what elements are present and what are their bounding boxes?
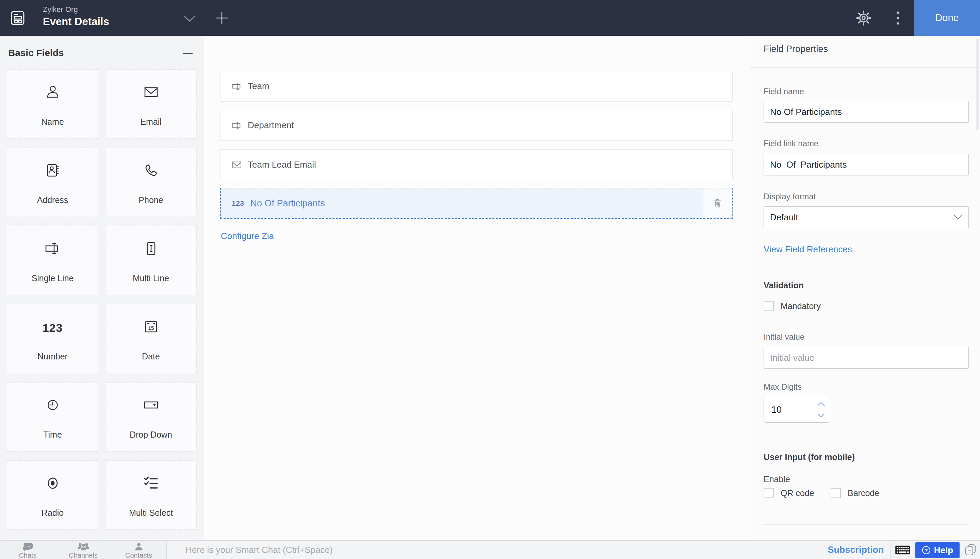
field-tile-date[interactable]: 15 Date (105, 304, 197, 373)
single-line-icon (231, 81, 242, 92)
field-name-input[interactable] (764, 101, 969, 123)
chats-icon (22, 542, 34, 552)
form-switcher-chevron-down-icon[interactable] (182, 14, 197, 22)
form-field-label: Team (248, 81, 270, 91)
chats-tab[interactable]: Chats (0, 541, 55, 559)
view-field-references-link[interactable]: View Field References (764, 244, 852, 255)
configure-zia-link[interactable]: Configure Zia (221, 231, 274, 241)
display-format-value: Default (770, 212, 798, 223)
header-bar: Zylker Org Event Details (0, 0, 980, 36)
help-label: Help (934, 545, 953, 556)
envelope-icon (231, 159, 242, 170)
channels-tab[interactable]: Channels (55, 541, 111, 559)
max-digits-label: Max Digits (764, 382, 802, 392)
initial-value-input[interactable] (764, 347, 969, 369)
basic-fields-sidebar: Basic Fields Name Email (0, 36, 204, 540)
panel-title: Field Properties (764, 44, 828, 55)
mandatory-checkbox[interactable] (764, 301, 774, 311)
calendar-icon: 15 (143, 319, 159, 335)
envelope-icon (143, 84, 159, 100)
enable-label: Enable (764, 474, 790, 484)
field-tile-name[interactable]: Name (7, 69, 98, 139)
form-field-row-team[interactable]: Team (220, 71, 733, 102)
subscription-link[interactable]: Subscription (827, 541, 885, 559)
field-tile-radio[interactable]: Radio (7, 460, 98, 530)
field-tile-multi-select[interactable]: Multi Select (105, 460, 197, 530)
field-tile-phone[interactable]: Phone (105, 147, 197, 217)
field-tile-label: Time (7, 430, 98, 440)
barcode-checkbox[interactable] (831, 488, 841, 498)
field-name-label: Field name (764, 87, 804, 96)
keyboard-icon[interactable] (895, 544, 910, 556)
field-tile-label: Radio (7, 508, 98, 518)
field-tile-label: Date (106, 352, 196, 361)
header-divider (240, 0, 240, 36)
field-tile-email[interactable]: Email (105, 69, 197, 139)
header-divider (881, 0, 881, 36)
done-button[interactable]: Done (914, 0, 980, 36)
field-tile-label: Drop Down (106, 430, 196, 440)
field-tile-single-line[interactable]: Single Line (7, 226, 98, 295)
more-options-kebab-icon[interactable] (892, 10, 904, 26)
field-tile-address[interactable]: Address (7, 147, 98, 217)
barcode-checkbox-row[interactable]: Barcode (831, 488, 879, 498)
field-tile-number[interactable]: 123 Number (7, 304, 98, 373)
multi-select-icon (143, 475, 159, 491)
form-icon (11, 11, 25, 25)
user-input-section-title: User Input (for mobile) (764, 452, 855, 462)
field-tile-time[interactable]: Time (7, 382, 98, 452)
form-field-row-department[interactable]: Department (220, 110, 733, 141)
channels-icon (77, 542, 90, 552)
dropdown-icon (143, 397, 159, 413)
mandatory-checkbox-row[interactable]: Mandatory (764, 301, 821, 311)
panel-divider (764, 524, 969, 525)
panel-scrollbar[interactable] (976, 38, 979, 130)
add-field-plus-icon[interactable] (214, 10, 229, 25)
form-field-label: Team Lead Email (248, 159, 316, 170)
channels-label: Channels (69, 552, 98, 559)
single-line-icon (45, 240, 61, 257)
multi-line-icon (143, 240, 159, 257)
field-tile-multi-line[interactable]: Multi Line (105, 226, 197, 295)
field-tile-label: Single Line (7, 273, 98, 283)
panel-divider (750, 67, 980, 68)
chevron-down-icon (953, 215, 962, 220)
help-button[interactable]: ? Help (915, 542, 960, 558)
form-field-label: No Of Participants (250, 198, 325, 209)
field-tile-label: Number (7, 352, 98, 361)
mandatory-label: Mandatory (781, 301, 821, 311)
field-properties-panel: Field Properties Field name Field link n… (750, 36, 980, 540)
field-tile-drop-down[interactable]: Drop Down (105, 382, 197, 452)
qr-code-checkbox-row[interactable]: QR code (764, 488, 814, 498)
field-tile-label: Phone (106, 195, 196, 205)
qr-code-checkbox[interactable] (764, 488, 774, 498)
single-line-icon (231, 120, 242, 131)
initial-value-label: Initial value (764, 332, 804, 342)
clock-icon (45, 397, 61, 413)
display-format-select[interactable]: Default (764, 207, 969, 228)
delete-field-button[interactable] (703, 189, 732, 218)
display-format-label: Display format (764, 192, 816, 201)
bottom-chat-bar: Chats Channels Contacts (0, 540, 980, 559)
form-field-row-no-of-participants-selected[interactable]: 123 No Of Participants (220, 188, 733, 219)
collapse-minus-icon[interactable] (182, 48, 193, 59)
panel-divider (764, 268, 969, 268)
radio-icon (45, 475, 61, 491)
barcode-label: Barcode (847, 488, 879, 498)
stepper-up-icon[interactable] (817, 402, 825, 407)
chat-nav: Chats Channels Contacts (0, 541, 167, 559)
stepper-down-icon[interactable] (817, 413, 825, 418)
address-book-icon (45, 162, 61, 179)
chat-pages-icon[interactable] (964, 544, 977, 556)
smart-chat-input[interactable]: Here is your Smart Chat (Ctrl+Space) (186, 541, 764, 559)
field-tile-label: Address (7, 195, 98, 205)
form-canvas: Team Department Team Lead Email 123 No O… (204, 36, 750, 540)
sidebar-title: Basic Fields (8, 48, 64, 58)
max-digits-input[interactable] (764, 397, 808, 422)
field-link-name-input[interactable] (764, 154, 969, 175)
svg-text:15: 15 (148, 325, 154, 331)
contacts-tab[interactable]: Contacts (111, 541, 166, 559)
settings-gear-icon[interactable] (855, 9, 872, 27)
form-field-row-team-lead-email[interactable]: Team Lead Email (220, 149, 733, 180)
form-title: Event Details (43, 15, 109, 28)
